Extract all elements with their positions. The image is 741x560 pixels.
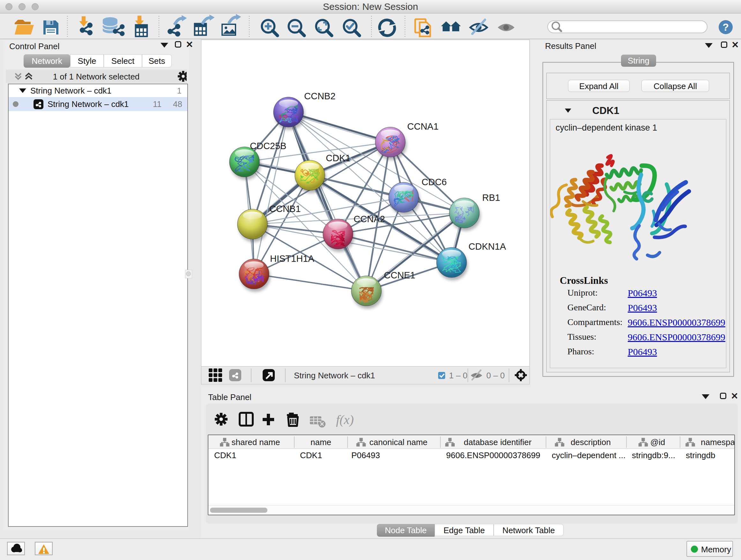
svg-text:@id: @id bbox=[650, 437, 665, 447]
svg-text:CDK1: CDK1 bbox=[300, 450, 322, 460]
svg-text:CCNB1: CCNB1 bbox=[269, 204, 300, 214]
svg-text:cyclin–dependent ...: cyclin–dependent ... bbox=[552, 450, 625, 460]
svg-text:1 – 0: 1 – 0 bbox=[449, 371, 468, 380]
svg-text:CDC6: CDC6 bbox=[421, 177, 447, 187]
svg-text:CDC25B: CDC25B bbox=[250, 141, 286, 151]
svg-text:RB1: RB1 bbox=[482, 192, 500, 203]
svg-text:CDKN1A: CDKN1A bbox=[468, 241, 506, 252]
svg-text:database identifier: database identifier bbox=[464, 437, 532, 447]
svg-text:stringdb:9...: stringdb:9... bbox=[632, 450, 675, 460]
svg-text:stringdb: stringdb bbox=[686, 450, 716, 460]
svg-text:String Network – cdk1: String Network – cdk1 bbox=[294, 371, 375, 380]
svg-text:?: ? bbox=[723, 21, 729, 33]
svg-text:shared name: shared name bbox=[232, 437, 280, 447]
svg-text:P06493: P06493 bbox=[351, 450, 380, 460]
svg-text:HIST1H1A: HIST1H1A bbox=[270, 253, 314, 264]
svg-text:name: name bbox=[311, 437, 331, 447]
svg-text:description: description bbox=[570, 437, 611, 447]
svg-text:CCNA2: CCNA2 bbox=[354, 214, 385, 224]
svg-text:CDK1: CDK1 bbox=[214, 450, 236, 460]
svg-text:f(x): f(x) bbox=[336, 413, 354, 427]
svg-text:CCNA1: CCNA1 bbox=[407, 121, 439, 132]
svg-text:CCNE1: CCNE1 bbox=[384, 270, 415, 280]
svg-text:CCNB2: CCNB2 bbox=[304, 91, 335, 101]
svg-text:CDK1: CDK1 bbox=[326, 153, 350, 163]
svg-text:9606.ENSP00000378699: 9606.ENSP00000378699 bbox=[446, 450, 540, 460]
svg-text:namespace: namespace bbox=[701, 437, 734, 447]
svg-text:0 – 0: 0 – 0 bbox=[486, 371, 505, 380]
svg-text:canonical name: canonical name bbox=[369, 437, 427, 447]
